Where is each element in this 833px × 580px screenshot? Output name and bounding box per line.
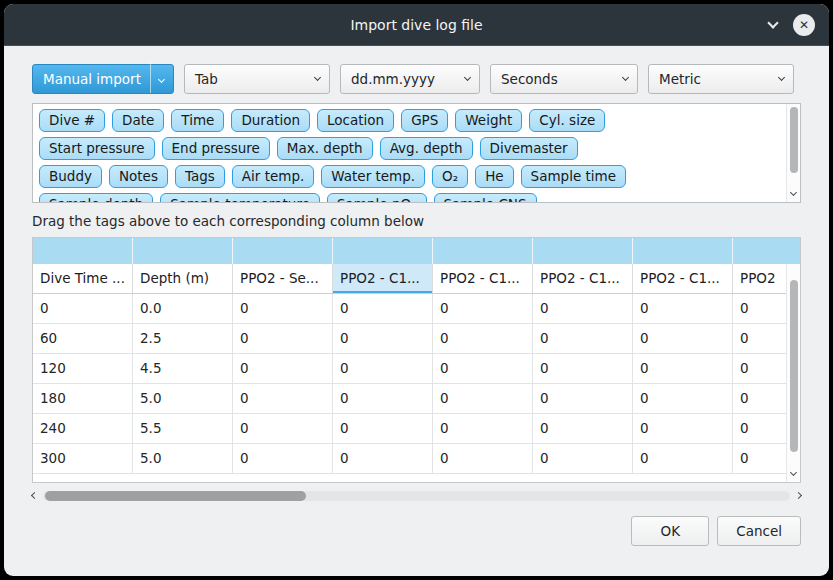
units-value: Metric <box>659 71 701 87</box>
table-cell: 0 <box>333 354 433 383</box>
table-row: 1805.0000000 <box>33 384 800 414</box>
table-cell: 0 <box>433 324 533 353</box>
chevron-down-icon <box>623 75 628 80</box>
drag-tag[interactable]: Start pressure <box>39 137 155 160</box>
table-vertical-scrollbar[interactable] <box>786 264 800 482</box>
table-cell: 0 <box>533 294 633 323</box>
drag-tag[interactable]: Cyl. size <box>529 109 605 132</box>
table-cell: 0 <box>333 324 433 353</box>
drag-tag[interactable]: Duration <box>231 109 310 132</box>
drag-tag[interactable]: Water temp. <box>321 165 425 188</box>
drag-tag[interactable]: Time <box>171 109 224 132</box>
column-drop-target[interactable] <box>533 238 633 264</box>
table-cell: 0 <box>433 414 533 443</box>
drag-tag[interactable]: He <box>475 165 513 188</box>
column-drop-row <box>33 238 800 264</box>
scrollbar-track[interactable] <box>43 491 790 501</box>
table-cell: 0 <box>233 294 333 323</box>
table-cell: 0 <box>433 444 533 473</box>
drag-tag[interactable]: Sample pO₂ <box>327 193 427 203</box>
table-cell: 120 <box>33 354 133 383</box>
drag-tag[interactable]: Avg. depth <box>380 137 473 160</box>
cancel-button[interactable]: Cancel <box>717 516 801 546</box>
date-format-select[interactable]: dd.mm.yyyy <box>340 64 480 94</box>
drag-tag[interactable]: Sample depth <box>39 193 153 203</box>
table-cell: 0 <box>633 354 733 383</box>
scroll-right-icon[interactable] <box>796 493 801 498</box>
column-drop-target[interactable] <box>133 238 233 264</box>
column-drop-target[interactable] <box>233 238 333 264</box>
column-drop-target[interactable] <box>633 238 733 264</box>
drag-tag[interactable]: Divemaster <box>480 137 578 160</box>
import-type-select[interactable]: Manual import <box>32 64 174 94</box>
close-icon[interactable]: ✕ <box>793 14 815 36</box>
drag-tag[interactable]: Tags <box>175 165 225 188</box>
import-dialog-window: Import dive log file ✕ Manual import Tab… <box>4 4 829 576</box>
column-header[interactable]: Dive Time ... <box>33 264 133 293</box>
table-horizontal-scrollbar[interactable] <box>32 488 801 503</box>
table-row: 1204.5000000 <box>33 354 800 384</box>
table-cell: 0 <box>333 414 433 443</box>
table-cell: 240 <box>33 414 133 443</box>
column-header[interactable]: PPO2 - Se... <box>233 264 333 293</box>
drag-tag[interactable]: O₂ <box>432 165 468 188</box>
titlebar-buttons: ✕ <box>769 4 815 45</box>
drag-tag[interactable]: Sample time <box>521 165 626 188</box>
column-header[interactable]: PPO2 - C1... <box>433 264 533 293</box>
table-cell: 180 <box>33 384 133 413</box>
drag-tag[interactable]: Notes <box>109 165 168 188</box>
tag-pool-scrollbar[interactable] <box>786 104 800 202</box>
tag-rows: Dive #DateTimeDurationLocationGPSWeightC… <box>33 104 800 203</box>
tag-row: BuddyNotesTagsAir temp.Water temp.O₂HeSa… <box>39 165 794 188</box>
scroll-down-icon[interactable] <box>791 182 796 198</box>
field-separator-value: Tab <box>195 71 218 87</box>
table-row: 602.5000000 <box>33 324 800 354</box>
drag-tag[interactable]: Buddy <box>39 165 102 188</box>
chevron-down-icon <box>150 61 164 93</box>
field-separator-select[interactable]: Tab <box>184 64 330 94</box>
column-header[interactable]: PPO2 - C1... <box>333 264 433 293</box>
table-cell: 0 <box>533 414 633 443</box>
drag-tag[interactable]: End pressure <box>162 137 270 160</box>
table-cell: 5.0 <box>133 384 233 413</box>
instruction-text: Drag the tags above to each correspondin… <box>32 213 801 229</box>
drag-tag[interactable]: Sample temperature <box>160 193 320 203</box>
chevron-down-icon[interactable] <box>769 19 777 27</box>
table-cell: 300 <box>33 444 133 473</box>
table-row: 3005.0000000 <box>33 444 800 474</box>
chevron-down-icon <box>779 75 784 80</box>
table-cell: 0 <box>533 384 633 413</box>
scrollbar-thumb[interactable] <box>45 491 306 501</box>
scroll-down-icon[interactable] <box>791 462 796 478</box>
table-cell: 0 <box>633 294 733 323</box>
column-drop-target[interactable] <box>733 238 801 264</box>
drag-tag[interactable]: Air temp. <box>232 165 314 188</box>
drag-tag[interactable]: GPS <box>401 109 448 132</box>
scrollbar-thumb[interactable] <box>790 107 798 173</box>
drag-tag[interactable]: Dive # <box>39 109 105 132</box>
duration-format-select[interactable]: Seconds <box>490 64 638 94</box>
scrollbar-thumb[interactable] <box>790 280 798 452</box>
table-cell: 0 <box>333 444 433 473</box>
column-drop-target[interactable] <box>33 238 133 264</box>
table-row: 2405.5000000 <box>33 414 800 444</box>
drag-tag[interactable]: Date <box>112 109 164 132</box>
column-header[interactable]: PPO2 - C1... <box>533 264 633 293</box>
drag-tag[interactable]: Location <box>317 109 394 132</box>
scroll-left-icon[interactable] <box>32 493 37 498</box>
table-cell: 5.0 <box>133 444 233 473</box>
column-drop-target[interactable] <box>333 238 433 264</box>
ok-button[interactable]: OK <box>631 516 709 546</box>
drag-tag[interactable]: Max. depth <box>277 137 373 160</box>
column-header[interactable]: Depth (m) <box>133 264 233 293</box>
tag-row: Sample depthSample temperatureSample pO₂… <box>39 193 794 203</box>
drag-tag[interactable]: Weight <box>455 109 522 132</box>
column-header[interactable]: PPO2 - C1... <box>633 264 733 293</box>
import-options-toolbar: Manual import Tab dd.mm.yyyy Seconds Met… <box>32 64 801 94</box>
units-select[interactable]: Metric <box>648 64 794 94</box>
table-body: 00.0000000602.50000001204.50000001805.00… <box>33 294 800 474</box>
column-drop-target[interactable] <box>433 238 533 264</box>
table-cell: 0 <box>433 354 533 383</box>
drag-tag[interactable]: Sample CNS <box>434 193 537 203</box>
titlebar[interactable]: Import dive log file ✕ <box>4 4 829 46</box>
